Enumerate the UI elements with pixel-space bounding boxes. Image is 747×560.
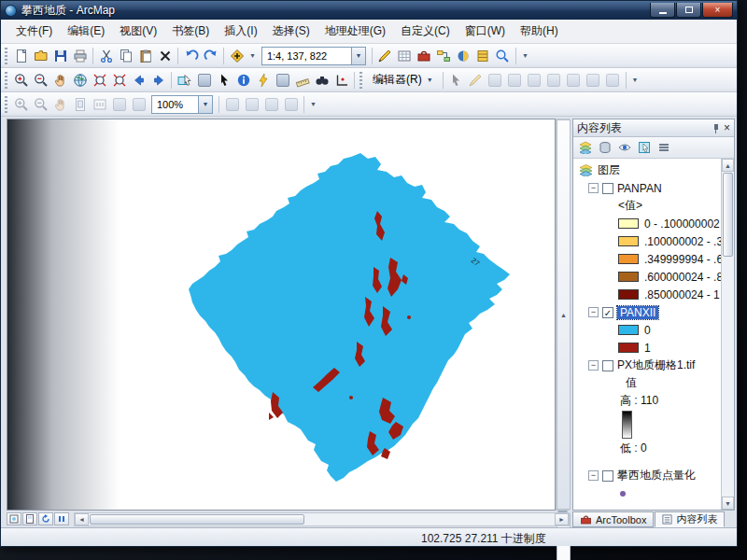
toc-close-icon[interactable]: × bbox=[724, 123, 730, 133]
change-layout-button[interactable] bbox=[261, 94, 281, 114]
fixed-zoom-in-button[interactable] bbox=[90, 70, 109, 90]
maximize-button[interactable] bbox=[676, 3, 701, 18]
data-view-button[interactable] bbox=[7, 512, 21, 525]
menu-view[interactable]: 视图(V) bbox=[112, 20, 164, 43]
collapse-icon[interactable]: − bbox=[588, 307, 599, 317]
go-to-xy-button[interactable] bbox=[331, 70, 351, 90]
toc-scroll-thumb[interactable] bbox=[723, 173, 733, 257]
list-by-visibility-button[interactable] bbox=[615, 139, 633, 157]
editor-toolbar-button[interactable] bbox=[375, 46, 395, 65]
map-canvas[interactable]: 27 bbox=[7, 119, 556, 511]
cut-button[interactable] bbox=[96, 46, 116, 65]
panxii-region-polygon[interactable] bbox=[189, 153, 510, 482]
fixed-zoom-out-page-button[interactable] bbox=[129, 94, 148, 114]
toolbar-options-dropdown[interactable]: ▼ bbox=[519, 52, 531, 59]
open-table-button[interactable] bbox=[395, 46, 415, 65]
toolbar-options-dropdown[interactable]: ▼ bbox=[629, 77, 641, 83]
open-button[interactable] bbox=[31, 46, 50, 65]
endpoint-arc-button[interactable] bbox=[505, 70, 525, 90]
layer-points[interactable]: − 攀西地质点量化 bbox=[573, 467, 721, 484]
add-data-dropdown[interactable]: ▼ bbox=[247, 52, 259, 59]
layer-raster[interactable]: − PX地质栅格1.tif bbox=[573, 357, 721, 374]
layers-root-item[interactable]: 图层 bbox=[573, 161, 721, 179]
points-checkbox[interactable] bbox=[602, 470, 613, 482]
straight-segment-button[interactable] bbox=[486, 70, 505, 90]
layout-pan-button[interactable] bbox=[50, 94, 70, 114]
rotate-tool-button[interactable] bbox=[603, 70, 623, 90]
menu-geoprocessing[interactable]: 地理处理(G) bbox=[317, 20, 393, 43]
copy-button[interactable] bbox=[116, 46, 135, 65]
zoom-in-button[interactable] bbox=[11, 70, 31, 90]
toolbar-grip[interactable] bbox=[5, 96, 7, 113]
hyperlink-button[interactable] bbox=[253, 70, 273, 90]
layout-view-button[interactable] bbox=[22, 512, 37, 525]
paste-button[interactable] bbox=[135, 46, 155, 65]
select-features-button[interactable] bbox=[175, 70, 194, 90]
collapse-icon[interactable]: − bbox=[588, 360, 599, 371]
tab-arctoolbox[interactable]: ArcToolbox bbox=[572, 511, 654, 527]
close-button[interactable]: × bbox=[702, 3, 733, 18]
edit-tool-button[interactable] bbox=[446, 70, 466, 90]
scale-dropdown-icon[interactable]: ▼ bbox=[351, 48, 365, 64]
go-forward-extent-button[interactable] bbox=[148, 70, 168, 90]
map-scale-combo[interactable]: 1:4, 137, 822 ▼ bbox=[261, 47, 366, 65]
fixed-zoom-in-page-button[interactable] bbox=[109, 94, 129, 114]
zoom-out-button[interactable] bbox=[31, 70, 50, 90]
collapse-icon[interactable]: − bbox=[588, 183, 599, 193]
menu-file[interactable]: 文件(F) bbox=[8, 20, 60, 43]
title-bar[interactable]: 攀西地质 - ArcMap × bbox=[1, 1, 737, 20]
html-popup-button[interactable] bbox=[273, 70, 292, 90]
identify-button[interactable] bbox=[233, 70, 253, 90]
print-button[interactable] bbox=[70, 46, 90, 65]
toggle-draft-mode-button[interactable] bbox=[222, 94, 242, 114]
menu-window[interactable]: 窗口(W) bbox=[458, 20, 513, 43]
reshape-feature-button[interactable] bbox=[564, 70, 584, 90]
scroll-right-button[interactable]: ► bbox=[555, 513, 569, 525]
find-button[interactable] bbox=[312, 70, 331, 90]
menu-customize[interactable]: 自定义(C) bbox=[393, 20, 458, 43]
panxii-checkbox[interactable]: ✓ bbox=[602, 307, 613, 318]
clear-selection-button[interactable] bbox=[194, 70, 214, 90]
toolbar-options-dropdown[interactable]: ▼ bbox=[307, 101, 319, 107]
toolbar-grip[interactable] bbox=[5, 48, 7, 64]
list-by-source-button[interactable] bbox=[596, 139, 613, 157]
redo-button[interactable] bbox=[201, 46, 220, 65]
menu-bookmarks[interactable]: 书签(B) bbox=[164, 20, 217, 43]
map-horizontal-scrollbar[interactable]: ◄ ► bbox=[74, 512, 570, 526]
scroll-left-button[interactable]: ◄ bbox=[75, 513, 89, 525]
add-data-button[interactable] bbox=[227, 46, 247, 65]
raster-label[interactable]: PX地质栅格1.tif bbox=[617, 357, 695, 373]
pin-icon[interactable] bbox=[712, 124, 720, 133]
scroll-up-button[interactable]: ▲ bbox=[557, 119, 571, 510]
select-elements-button[interactable] bbox=[214, 70, 233, 90]
sketch-tool-button[interactable] bbox=[466, 70, 486, 90]
toolbar-grip[interactable] bbox=[5, 72, 7, 89]
collapse-icon[interactable]: − bbox=[588, 470, 599, 481]
python-button[interactable] bbox=[454, 46, 473, 65]
horizontal-scroll-thumb[interactable] bbox=[90, 514, 304, 525]
go-back-extent-button[interactable] bbox=[129, 70, 148, 90]
catalog-window-button[interactable] bbox=[473, 46, 493, 65]
fixed-zoom-out-button[interactable] bbox=[109, 70, 129, 90]
new-map-button[interactable] bbox=[11, 46, 31, 65]
refresh-view-button[interactable] bbox=[38, 512, 53, 525]
cut-polygons-button[interactable] bbox=[584, 70, 603, 90]
zoom-whole-page-button[interactable] bbox=[70, 94, 90, 114]
focus-data-frame-button[interactable] bbox=[242, 94, 261, 114]
save-button[interactable] bbox=[50, 46, 70, 65]
layout-zoom-out-button[interactable] bbox=[31, 94, 50, 114]
search-window-button[interactable] bbox=[493, 46, 513, 65]
minimize-button[interactable] bbox=[650, 3, 675, 18]
arctoolbox-button[interactable] bbox=[415, 46, 434, 65]
zoom-percent-combo[interactable]: 100% ▼ bbox=[151, 95, 213, 114]
editor-dropdown[interactable]: 编辑器(R) ▼ bbox=[366, 70, 440, 90]
toc-options-button[interactable] bbox=[655, 139, 672, 157]
tab-contents[interactable]: 内容列表 bbox=[655, 511, 725, 527]
menu-help[interactable]: 帮助(H) bbox=[513, 20, 566, 43]
toc-scroll-up[interactable]: ▲ bbox=[722, 159, 734, 172]
layer-panpan[interactable]: − PANPAN bbox=[573, 179, 721, 197]
data-driven-pages-button[interactable] bbox=[281, 94, 301, 114]
menu-selection[interactable]: 选择(S) bbox=[265, 20, 317, 43]
zoom-100-button[interactable] bbox=[90, 94, 109, 114]
trace-tool-button[interactable] bbox=[525, 70, 544, 90]
